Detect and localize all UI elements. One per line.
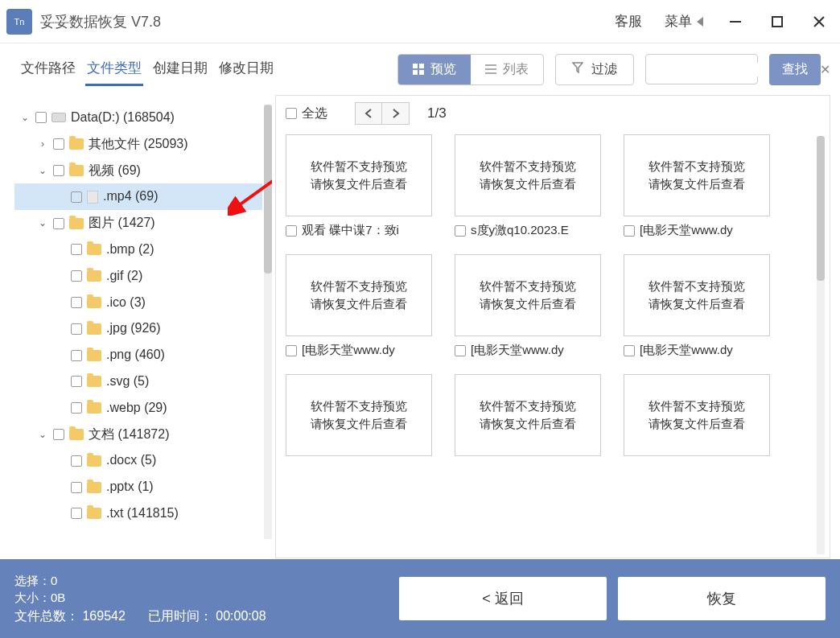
view-mode-switch: 预览 列表	[397, 54, 544, 85]
checkbox[interactable]	[71, 244, 82, 255]
tree-label: .ico (3)	[106, 290, 146, 316]
prev-page-button[interactable]	[355, 102, 382, 125]
back-button[interactable]: < 返回	[399, 577, 607, 620]
thumbnail: 软件暂不支持预览请恢复文件后查看	[624, 374, 770, 456]
card-filename: [电影天堂www.dy	[640, 223, 733, 238]
tree-row[interactable]: ·.jpg (926)	[14, 315, 262, 342]
disk-icon	[51, 113, 66, 122]
tab-file-path[interactable]: 文件路径	[19, 52, 77, 86]
svg-rect-7	[419, 70, 424, 75]
checkbox[interactable]	[71, 350, 82, 361]
minimize-button[interactable]	[714, 0, 756, 43]
tree-scrollbar[interactable]	[264, 105, 272, 539]
checkbox[interactable]	[53, 138, 64, 150]
checkbox[interactable]	[71, 508, 82, 519]
checkbox[interactable]	[71, 191, 82, 203]
folder-icon	[87, 350, 101, 361]
preview-card[interactable]: 软件暂不支持预览请恢复文件后查看[电影天堂www.dy	[286, 254, 439, 358]
tree-label: Data(D:) (168504)	[71, 105, 175, 131]
preview-card[interactable]: 软件暂不支持预览请恢复文件后查看[电影天堂www.dy	[455, 254, 607, 358]
thumbnail: 软件暂不支持预览请恢复文件后查看	[286, 374, 432, 456]
list-mode-button[interactable]: 列表	[471, 55, 543, 84]
card-label-row: [电影天堂www.dy	[624, 223, 776, 238]
chevron-down-icon[interactable]: ⌄	[37, 425, 48, 445]
tree-label: .bmp (2)	[106, 237, 154, 263]
checkbox[interactable]	[71, 402, 82, 414]
tree-label: .webp (29)	[106, 395, 167, 422]
tree-row[interactable]: ·.pptx (1)	[14, 474, 262, 500]
next-page-button[interactable]	[382, 102, 410, 125]
preview-card[interactable]: 软件暂不支持预览请恢复文件后查看	[455, 374, 607, 456]
grid-scrollbar[interactable]	[817, 136, 825, 554]
checkbox[interactable]	[53, 218, 64, 229]
tree-row[interactable]: ⌄视频 (69)	[14, 158, 262, 184]
tree-panel: ⌄Data(D:) (168504)›其他文件 (25093)⌄视频 (69)·…	[14, 95, 272, 558]
tree-row[interactable]: ·.bmp (2)	[14, 237, 262, 263]
checkbox[interactable]	[71, 270, 82, 282]
chevron-down-icon[interactable]: ⌄	[37, 213, 48, 233]
checkbox[interactable]	[286, 345, 297, 356]
preview-card[interactable]: 软件暂不支持预览请恢复文件后查看	[624, 374, 776, 456]
checkbox[interactable]	[71, 482, 82, 493]
tree-row[interactable]: ·.gif (2)	[14, 263, 262, 290]
preview-card[interactable]: 软件暂不支持预览请恢复文件后查看[电影天堂www.dy	[624, 134, 776, 238]
filter-button[interactable]: 过滤	[555, 54, 634, 85]
status-bar: 选择：0 大小：0B 文件总数： 169542 已用时间： 00:00:08 <…	[0, 559, 840, 638]
page-indicator: 1/3	[427, 105, 447, 121]
select-all-checkbox[interactable]: 全选	[286, 105, 327, 122]
tree-row[interactable]: ›其他文件 (25093)	[14, 131, 262, 158]
find-button[interactable]: 查找	[769, 54, 821, 85]
folder-icon	[87, 455, 101, 467]
checkbox[interactable]	[53, 165, 64, 176]
tree-row[interactable]: ·.png (460)	[14, 342, 262, 368]
tab-file-type[interactable]: 文件类型	[85, 52, 143, 86]
tab-modify-date[interactable]: 修改日期	[217, 52, 275, 86]
checkbox[interactable]	[624, 225, 635, 237]
maximize-button[interactable]	[756, 0, 798, 43]
checkbox[interactable]	[71, 297, 82, 308]
chevron-right-icon[interactable]: ›	[37, 134, 48, 154]
svg-rect-1	[772, 17, 782, 27]
preview-card[interactable]: 软件暂不支持预览请恢复文件后查看s度y激q10.2023.E	[455, 134, 607, 238]
menu-link[interactable]: 菜单	[653, 12, 714, 31]
tree-row[interactable]: ⌄Data(D:) (168504)	[14, 105, 262, 131]
thumbnail: 软件暂不支持预览请恢复文件后查看	[286, 254, 432, 336]
view-tabs: 文件路径 文件类型 创建日期 修改日期	[19, 52, 275, 86]
checkbox[interactable]	[624, 345, 635, 356]
close-button[interactable]	[798, 0, 840, 43]
preview-card[interactable]: 软件暂不支持预览请恢复文件后查看	[286, 374, 439, 456]
checkbox[interactable]	[455, 345, 466, 356]
tab-create-date[interactable]: 创建日期	[151, 52, 209, 86]
thumbnail: 软件暂不支持预览请恢复文件后查看	[624, 254, 770, 336]
checkbox[interactable]	[71, 323, 82, 335]
recover-button[interactable]: 恢复	[618, 577, 826, 620]
folder-icon	[69, 138, 84, 150]
checkbox[interactable]	[53, 429, 64, 440]
tree-row[interactable]: ⌄文档 (141872)	[14, 422, 262, 448]
checkbox[interactable]	[71, 376, 82, 387]
tree-row[interactable]: ·.docx (5)	[14, 447, 262, 474]
tree-row[interactable]: ⌄图片 (1427)	[14, 210, 262, 237]
thumbnail: 软件暂不支持预览请恢复文件后查看	[455, 374, 601, 456]
tree-row[interactable]: ·.ico (3)	[14, 290, 262, 316]
checkbox[interactable]	[455, 225, 466, 237]
preview-card[interactable]: 软件暂不支持预览请恢复文件后查看[电影天堂www.dy	[624, 254, 776, 358]
preview-card[interactable]: 软件暂不支持预览请恢复文件后查看观看 碟中谍7：致i	[286, 134, 439, 238]
support-link[interactable]: 客服	[603, 12, 653, 31]
tree-row[interactable]: ·.webp (29)	[14, 395, 262, 422]
grid-icon	[413, 64, 424, 75]
main-area: ⌄Data(D:) (168504)›其他文件 (25093)⌄视频 (69)·…	[0, 95, 840, 558]
tree-row[interactable]: ·.svg (5)	[14, 368, 262, 395]
folder-icon	[87, 323, 101, 335]
tree-label: 文档 (141872)	[89, 422, 170, 448]
chevron-down-icon[interactable]: ⌄	[19, 108, 31, 128]
folder-icon	[87, 376, 101, 387]
tree-row[interactable]: ·.txt (141815)	[14, 500, 262, 527]
checkbox[interactable]	[71, 455, 82, 467]
preview-mode-button[interactable]: 预览	[398, 55, 471, 84]
tree-label: .png (460)	[106, 342, 165, 368]
tree-row[interactable]: ·.mp4 (69)	[14, 183, 262, 210]
chevron-down-icon[interactable]: ⌄	[37, 161, 48, 181]
checkbox[interactable]	[35, 112, 47, 123]
checkbox[interactable]	[286, 225, 297, 237]
